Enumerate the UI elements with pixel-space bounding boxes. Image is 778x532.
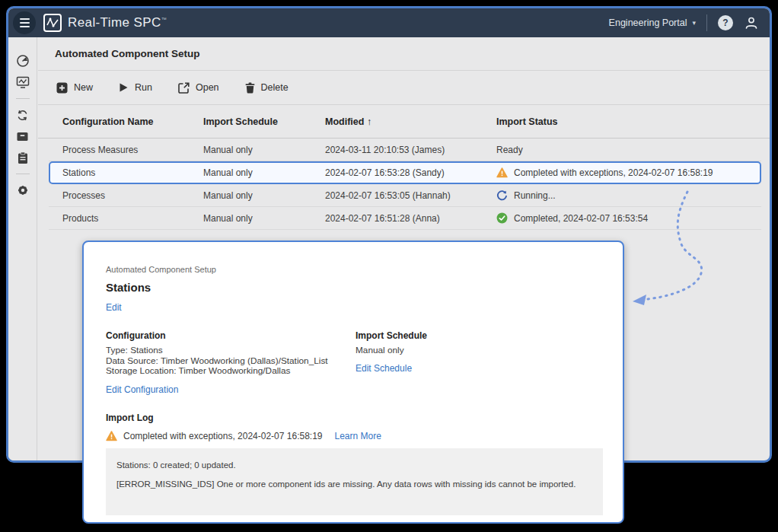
- sync-icon: [16, 109, 29, 122]
- table-row-products[interactable]: Products Manual only 2024-02-07 16:51:28…: [49, 207, 761, 230]
- table-row-stations[interactable]: Stations Manual only 2024-02-07 16:53:28…: [49, 161, 761, 184]
- config-data-source: Data Source: Timber Woodworking (Dallas)…: [106, 356, 356, 367]
- page-title: Automated Component Setup: [55, 48, 200, 59]
- open-external-icon: [178, 82, 190, 94]
- sidebar-item-dashboard[interactable]: [13, 51, 33, 71]
- sort-ascending-icon: ↑: [367, 116, 371, 127]
- import-schedule-section: Import Schedule Manual only Edit Schedul…: [356, 330, 427, 396]
- warning-icon: [496, 167, 508, 179]
- sidebar-item-charts[interactable]: [13, 72, 33, 92]
- column-configuration-name[interactable]: Configuration Name: [62, 116, 203, 127]
- modified: 2024-02-07 16:53:05 (Hannah): [325, 190, 496, 201]
- page-header: Automated Component Setup: [38, 37, 770, 71]
- sidebar-divider: [16, 174, 30, 174]
- learn-more-link[interactable]: Learn More: [335, 431, 381, 441]
- play-icon: [119, 82, 129, 93]
- spc-logo-icon: [43, 14, 62, 32]
- log-line: Stations: 0 created; 0 updated.: [116, 460, 592, 470]
- modified: 2024-02-07 16:51:28 (Anna): [325, 213, 496, 224]
- new-button[interactable]: New: [56, 82, 93, 94]
- screen: Real-Time SPC™ Engineering Portal ▾ ?: [0, 0, 778, 532]
- sidebar-item-settings[interactable]: [13, 180, 33, 200]
- column-import-schedule[interactable]: Import Schedule: [203, 116, 325, 127]
- table-row-processes[interactable]: Processes Manual only 2024-02-07 16:53:0…: [49, 184, 761, 207]
- plus-icon: [56, 82, 68, 94]
- config-storage-location: Storage Location: Timber Woodworking/Dal…: [106, 366, 356, 377]
- panel-title: Stations: [106, 281, 600, 294]
- warning-icon: [106, 431, 117, 441]
- left-sidebar: [8, 37, 37, 460]
- configuration-section: Configuration Type: Stations Data Source…: [106, 330, 356, 396]
- top-bar: Real-Time SPC™ Engineering Portal ▾ ?: [8, 8, 770, 37]
- column-import-status[interactable]: Import Status: [496, 116, 770, 127]
- import-status: Running...: [496, 190, 761, 201]
- portal-dropdown[interactable]: Engineering Portal ▾: [609, 18, 696, 28]
- config-name: Stations: [62, 167, 203, 178]
- import-schedule-heading: Import Schedule: [356, 330, 427, 341]
- edit-schedule-link[interactable]: Edit Schedule: [356, 363, 412, 374]
- import-status: Completed, 2024-02-07 16:53:54: [496, 212, 761, 224]
- toolbar: New Run Open: [38, 71, 770, 105]
- help-icon[interactable]: ?: [718, 15, 733, 30]
- import-status: Completed with exceptions, 2024-02-07 16…: [496, 167, 760, 179]
- configuration-heading: Configuration: [106, 330, 356, 341]
- run-button[interactable]: Run: [119, 82, 152, 93]
- sidebar-item-sync[interactable]: [13, 105, 33, 125]
- import-schedule: Manual only: [203, 213, 325, 224]
- modified: 2024-03-11 20:10:53 (James): [325, 145, 496, 155]
- trademark: ™: [161, 17, 167, 22]
- running-icon: [496, 190, 508, 201]
- app-title: Real-Time SPC™: [68, 15, 167, 30]
- import-schedule: Manual only: [203, 145, 325, 155]
- status-text: Running...: [514, 190, 556, 201]
- open-button[interactable]: Open: [178, 82, 219, 94]
- import-schedule: Manual only: [203, 167, 325, 178]
- import-log-section: Import Log Completed with exceptions, 20…: [106, 413, 600, 515]
- chart-monitor-icon: [16, 75, 30, 89]
- log-status-text: Completed with exceptions, 2024-02-07 16…: [123, 431, 323, 441]
- config-name: Products: [62, 213, 203, 224]
- trash-icon: [245, 82, 255, 94]
- config-type: Type: Stations: [106, 346, 356, 356]
- delete-button[interactable]: Delete: [245, 82, 289, 94]
- table-row-process-measures[interactable]: Process Measures Manual only 2024-03-11 …: [49, 139, 761, 161]
- status-text: Completed, 2024-02-07 16:53:54: [514, 213, 648, 224]
- gauge-icon: [16, 54, 30, 68]
- column-modified[interactable]: Modified ↑: [325, 116, 496, 127]
- gear-icon: [16, 183, 30, 197]
- sidebar-item-archive[interactable]: [13, 126, 33, 146]
- edit-configuration-link[interactable]: Edit Configuration: [106, 384, 178, 395]
- sidebar-divider: [16, 98, 30, 99]
- table-header: Configuration Name Import Schedule Modif…: [38, 105, 770, 139]
- hamburger-menu-icon[interactable]: [13, 11, 36, 34]
- success-icon: [496, 212, 508, 224]
- detail-panel: Automated Component Setup Stations Edit …: [82, 241, 624, 524]
- sidebar-item-clipboard[interactable]: [13, 148, 33, 167]
- clipboard-icon: [17, 151, 29, 164]
- import-log-heading: Import Log: [106, 413, 600, 423]
- panel-eyebrow: Automated Component Setup: [106, 265, 600, 274]
- log-line: [ERROR_MISSING_IDS] One or more componen…: [116, 479, 592, 489]
- log-output-box: Stations: 0 created; 0 updated. [ERROR_M…: [106, 448, 603, 515]
- config-name: Processes: [62, 190, 203, 201]
- edit-link[interactable]: Edit: [106, 302, 122, 313]
- user-icon[interactable]: [744, 15, 759, 30]
- status-text: Completed with exceptions, 2024-02-07 16…: [514, 167, 713, 178]
- import-schedule-value: Manual only: [356, 346, 427, 356]
- status-text: Ready: [496, 145, 523, 155]
- import-schedule: Manual only: [203, 190, 325, 201]
- archive-icon: [16, 130, 29, 143]
- import-status: Ready: [496, 145, 761, 155]
- chevron-down-icon: ▾: [692, 19, 696, 27]
- topbar-divider: [706, 14, 707, 31]
- config-name: Process Measures: [62, 145, 203, 155]
- modified: 2024-02-07 16:53:28 (Sandy): [325, 167, 496, 178]
